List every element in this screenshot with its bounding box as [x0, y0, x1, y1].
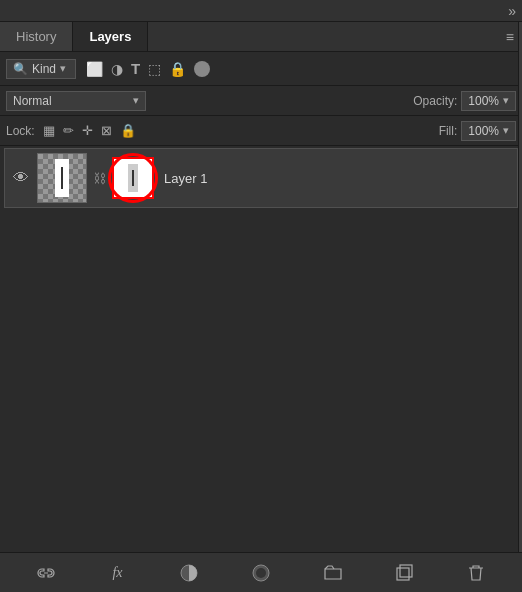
smart-object-filter-icon[interactable]: 🔒 — [169, 61, 186, 77]
text-filter-icon[interactable]: T — [131, 60, 140, 77]
layer-visibility-toggle[interactable]: 👁 — [11, 169, 31, 187]
delete-layer-button[interactable] — [462, 559, 490, 587]
fill-label: Fill: — [439, 124, 458, 138]
svg-rect-4 — [400, 565, 412, 577]
image-filter-icon[interactable]: ⬜ — [86, 61, 103, 77]
layers-area: 👁 ⛓ Layer 1 — [0, 146, 522, 552]
panel-right-strip — [518, 22, 522, 592]
blend-mode-dropdown[interactable]: Normal ▾ — [6, 91, 146, 111]
new-fill-layer-button[interactable] — [175, 559, 203, 587]
lock-row: Lock: ▦ ✏ ✛ ⊠ 🔒 Fill: 100% ▾ — [0, 116, 522, 146]
fill-value-dropdown[interactable]: 100% ▾ — [461, 121, 516, 141]
mask-content — [128, 164, 138, 192]
layer-content — [55, 159, 69, 197]
lock-artboard-icon[interactable]: ⊠ — [101, 123, 112, 138]
lock-icons: ▦ ✏ ✛ ⊠ 🔒 — [43, 123, 136, 138]
top-arrow-bar: » — [0, 0, 522, 22]
lock-position-icon[interactable]: ✛ — [82, 123, 93, 138]
search-icon: 🔍 — [13, 62, 28, 76]
new-layer-button[interactable] — [390, 559, 418, 587]
opacity-chevron-icon: ▾ — [503, 94, 509, 107]
new-group-button[interactable] — [319, 559, 347, 587]
panel-menu-icon[interactable]: ≡ — [506, 29, 514, 45]
mask-cursor — [132, 170, 134, 186]
layer-mask-wrapper — [112, 157, 154, 199]
filter-row: 🔍 Kind ▾ ⬜ ◑ T ⬚ 🔒 — [0, 52, 522, 86]
blend-chevron-icon: ▾ — [133, 94, 139, 107]
layer-fx-button[interactable]: fx‌ — [104, 559, 132, 587]
opacity-value-dropdown[interactable]: 100% ▾ — [461, 91, 516, 111]
lock-label: Lock: — [6, 124, 35, 138]
layer-link-icon: ⛓ — [93, 171, 106, 186]
shape-filter-icon[interactable]: ⬚ — [148, 61, 161, 77]
kind-dropdown[interactable]: 🔍 Kind ▾ — [6, 59, 76, 79]
blend-mode-row: Normal ▾ Opacity: 100% ▾ — [0, 86, 522, 116]
circle-filter-icon[interactable] — [194, 61, 210, 77]
adjustment-filter-icon[interactable]: ◑ — [111, 61, 123, 77]
new-mask-button[interactable] — [247, 559, 275, 587]
empty-layer-space — [0, 210, 522, 552]
tab-layers[interactable]: Layers — [73, 22, 148, 51]
opacity-label: Opacity: — [413, 94, 457, 108]
filter-icons: ⬜ ◑ T ⬚ 🔒 — [86, 60, 210, 77]
cursor-indicator — [61, 167, 63, 189]
fill-group: Fill: 100% ▾ — [439, 121, 516, 141]
chevron-down-icon: ▾ — [60, 62, 66, 75]
bottom-toolbar: fx‌ — [0, 552, 522, 592]
double-arrow-icon[interactable]: » — [508, 3, 516, 19]
lock-pixels-icon[interactable]: ✏ — [63, 123, 74, 138]
layer-thumbnail-container — [37, 153, 87, 203]
fill-chevron-icon: ▾ — [503, 124, 509, 137]
svg-rect-3 — [397, 568, 409, 580]
opacity-group: Opacity: 100% ▾ — [413, 91, 516, 111]
layer-name: Layer 1 — [164, 171, 207, 186]
layer-thumbnail — [37, 153, 87, 203]
lock-all-icon[interactable]: 🔒 — [120, 123, 136, 138]
layer-mask-thumbnail — [112, 157, 154, 199]
tab-bar: History Layers ≡ — [0, 22, 522, 52]
link-layers-button[interactable] — [32, 559, 60, 587]
svg-point-2 — [256, 568, 266, 578]
tab-history[interactable]: History — [0, 22, 73, 51]
layer-item[interactable]: 👁 ⛓ Layer 1 — [4, 148, 518, 208]
lock-transparency-icon[interactable]: ▦ — [43, 123, 55, 138]
